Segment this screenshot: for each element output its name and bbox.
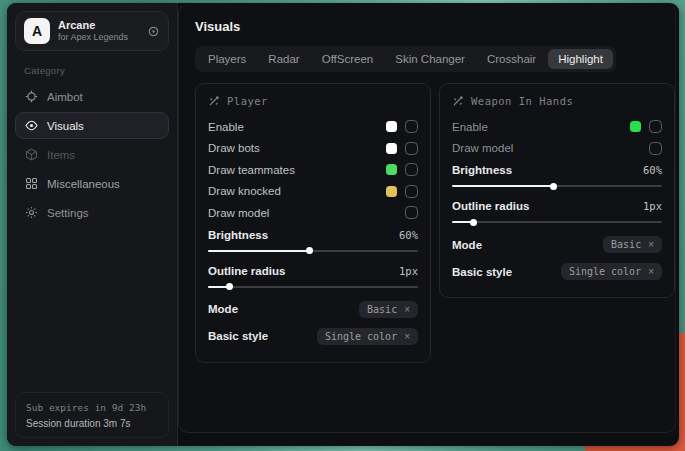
tag-chip-label: Basic [367, 304, 397, 315]
slider-thumb[interactable] [306, 247, 313, 254]
tab-skin-changer[interactable]: Skin Changer [385, 49, 475, 69]
color-swatch[interactable] [386, 164, 397, 175]
setting-label: Mode [208, 303, 238, 315]
tab-radar[interactable]: Radar [258, 49, 309, 69]
wand-icon [208, 95, 220, 107]
setting-row-draw-bots: Draw bots [208, 138, 418, 160]
setting-row-enable: Enable [208, 116, 418, 138]
slider-header: Brightness60% [452, 164, 662, 176]
slider-value: 1px [643, 200, 662, 212]
tab-label: Highlight [558, 53, 603, 65]
checkbox[interactable] [405, 206, 418, 219]
close-icon[interactable]: × [648, 266, 654, 277]
tag-chip[interactable]: Single color× [317, 328, 418, 345]
slider-thumb[interactable] [550, 183, 557, 190]
tab-bar: PlayersRadarOffScreenSkin ChangerCrossha… [195, 46, 616, 72]
slider-value: 60% [399, 229, 418, 241]
tag-chip[interactable]: Basic× [603, 236, 662, 253]
close-icon[interactable]: × [404, 304, 410, 315]
setting-label: Basic style [452, 266, 512, 278]
checkbox[interactable] [649, 142, 662, 155]
cube-icon [25, 148, 38, 161]
setting-label: Outline radius [208, 265, 285, 277]
sidebar-spacer [7, 227, 177, 384]
sidebar-item-label: Visuals [47, 120, 84, 132]
slider-value: 1px [399, 265, 418, 277]
setting-label: Draw model [208, 207, 405, 219]
setting-label: Enable [452, 121, 630, 133]
app-header: A Arcane for Apex Legends [15, 11, 169, 51]
setting-row-draw-model: Draw model [208, 202, 418, 224]
setting-label: Enable [208, 121, 386, 133]
page-title: Visuals [195, 19, 675, 34]
app-title: Arcane [58, 19, 139, 33]
eye-icon [25, 119, 38, 132]
section-title: Weapon In Hands [471, 95, 573, 107]
slider-fill [208, 250, 309, 252]
setting-row-mode: ModeBasic× [452, 231, 662, 258]
app-titles: Arcane for Apex Legends [58, 19, 139, 44]
setting-label: Draw model [452, 142, 649, 154]
setting-row-basic-style: Basic styleSingle color× [452, 258, 662, 285]
tag-chip-label: Single color [325, 331, 397, 342]
app-logo-letter: A [32, 23, 42, 39]
slider-value: 60% [643, 164, 662, 176]
checkbox[interactable] [405, 185, 418, 198]
color-swatch[interactable] [386, 186, 397, 197]
category-label: Category [24, 65, 177, 76]
color-swatch[interactable] [630, 121, 641, 132]
tab-label: OffScreen [322, 53, 374, 65]
slider-thumb[interactable] [226, 283, 233, 290]
setting-row-draw-model: Draw model [452, 138, 662, 160]
sidebar-item-aimbot[interactable]: Aimbot [15, 83, 169, 110]
crosshair-icon [25, 90, 38, 103]
tab-label: Radar [268, 53, 299, 65]
tab-players[interactable]: Players [198, 49, 256, 69]
color-swatch[interactable] [386, 143, 397, 154]
setting-row-draw-teammates: Draw teammates [208, 159, 418, 181]
sidebar-item-label: Settings [47, 207, 89, 219]
setting-row-outline-radius: Outline radius1px [208, 260, 418, 296]
tag-chip[interactable]: Single color× [561, 263, 662, 280]
checkbox[interactable] [405, 142, 418, 155]
slider-track[interactable] [208, 286, 418, 288]
setting-row-brightness: Brightness60% [452, 159, 662, 195]
sidebar-item-settings[interactable]: Settings [15, 199, 169, 226]
slider-fill [452, 185, 553, 187]
tag-chip-label: Single color [569, 266, 641, 277]
tag-chip-label: Basic [611, 239, 641, 250]
setting-label: Basic style [208, 330, 268, 342]
section-header: Player [208, 95, 418, 107]
slider-thumb[interactable] [470, 219, 477, 226]
color-swatch[interactable] [386, 121, 397, 132]
tab-crosshair[interactable]: Crosshair [477, 49, 546, 69]
sidebar-item-visuals[interactable]: Visuals [15, 112, 169, 139]
setting-row-outline-radius: Outline radius1px [452, 195, 662, 231]
session-duration-text: Session duration 3m 7s [26, 418, 158, 429]
slider-track[interactable] [452, 221, 662, 223]
app-window: A Arcane for Apex Legends Category Aimbo… [7, 3, 679, 446]
slider-track[interactable] [452, 185, 662, 187]
tag-chip[interactable]: Basic× [359, 301, 418, 318]
sidebar-item-label: Aimbot [47, 91, 83, 103]
sidebar-item-items[interactable]: Items [15, 141, 169, 168]
tab-offscreen[interactable]: OffScreen [312, 49, 384, 69]
checkbox[interactable] [405, 120, 418, 133]
checkbox[interactable] [649, 120, 662, 133]
slider-header: Outline radius1px [208, 265, 418, 277]
tab-label: Players [208, 53, 246, 65]
sidebar-item-miscellaneous[interactable]: Miscellaneous [15, 170, 169, 197]
checkbox[interactable] [405, 163, 418, 176]
target-icon[interactable] [147, 25, 160, 38]
setting-row-draw-knocked: Draw knocked [208, 181, 418, 203]
sidebar: A Arcane for Apex Legends Category Aimbo… [7, 3, 178, 446]
section-header: Weapon In Hands [452, 95, 662, 107]
setting-label: Outline radius [452, 200, 529, 212]
setting-label: Brightness [452, 164, 512, 176]
close-icon[interactable]: × [404, 331, 410, 342]
tab-highlight[interactable]: Highlight [548, 49, 613, 69]
section-title: Player [227, 95, 268, 107]
setting-label: Draw knocked [208, 185, 386, 197]
close-icon[interactable]: × [648, 239, 654, 250]
slider-track[interactable] [208, 250, 418, 252]
